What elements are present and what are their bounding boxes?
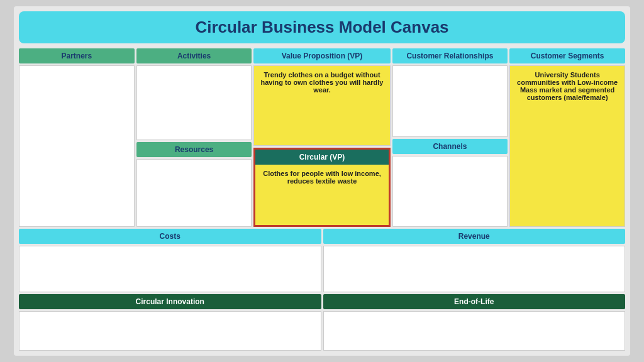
end-of-life-col: End-of-Life	[323, 294, 626, 351]
costs-revenue-row: Costs Revenue	[19, 229, 625, 292]
grid-area: Partners Activities Resources Value Prop…	[19, 48, 625, 351]
end-of-life-header: End-of-Life	[323, 294, 626, 309]
channels-header: Channels	[392, 139, 508, 154]
costs-header: Costs	[19, 229, 321, 244]
channels-cell	[392, 156, 508, 228]
cs-header: Customer Segments	[509, 48, 625, 63]
activities-header: Activities	[136, 48, 252, 63]
col-partners: Partners	[19, 48, 135, 227]
cr-section: Customer Relationships Channels	[392, 48, 508, 227]
page-title: Circular Business Model Canvas	[19, 11, 625, 43]
cs-section: Customer Segments University Students co…	[509, 48, 625, 227]
vp-content: Trendy clothes on a budget without havin…	[253, 65, 390, 146]
end-of-life-cell	[323, 311, 626, 351]
partners-header: Partners	[19, 48, 135, 63]
circular-innovation-header: Circular Innovation	[19, 294, 321, 309]
circular-innovation-cell	[19, 311, 321, 351]
revenue-cell	[323, 246, 626, 292]
vp-header: Value Proposition (VP)	[253, 48, 390, 63]
resources-header: Resources	[136, 142, 252, 157]
revenue-col: Revenue	[323, 229, 626, 292]
canvas-wrapper: Circular Business Model Canvas Partners …	[14, 6, 630, 356]
circular-innovation-col: Circular Innovation	[19, 294, 321, 351]
vp-section: Value Proposition (VP) Trendy clothes on…	[253, 48, 390, 227]
partners-cell	[19, 65, 135, 227]
circular-vp-header: Circular (VP)	[255, 150, 388, 165]
costs-cell	[19, 246, 321, 292]
resources-cell	[136, 159, 252, 227]
cr-header: Customer Relationships	[392, 48, 508, 63]
bottom-section: Costs Revenue Circular Innovation End-of…	[19, 229, 625, 351]
circular-vp-content: Clothes for people with low income, redu…	[255, 165, 388, 226]
cs-content: University Students communities with Low…	[509, 65, 625, 227]
col-activities: Activities Resources	[136, 48, 252, 227]
circular-vp-wrapper: Circular (VP) Clothes for people with lo…	[253, 148, 390, 228]
main-section: Partners Activities Resources Value Prop…	[19, 48, 625, 227]
revenue-header: Revenue	[323, 229, 626, 244]
cr-cell	[392, 65, 508, 137]
costs-col: Costs	[19, 229, 321, 292]
activities-top-cell	[136, 65, 252, 140]
circular-innovation-row: Circular Innovation End-of-Life	[19, 294, 625, 351]
